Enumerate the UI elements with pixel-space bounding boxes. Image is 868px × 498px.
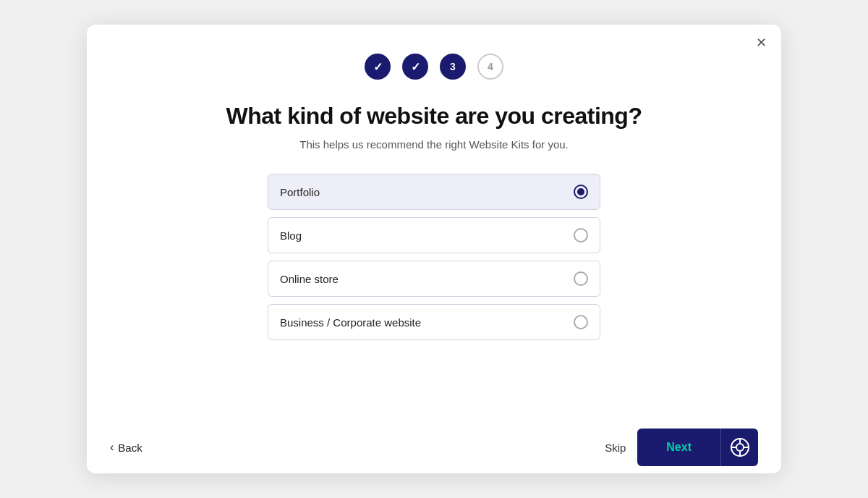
skip-button[interactable]: Skip — [605, 442, 626, 454]
next-icon-button[interactable] — [720, 429, 758, 466]
svg-point-1 — [736, 444, 744, 451]
option-online-store[interactable]: Online store — [268, 261, 600, 297]
next-button[interactable]: Next — [637, 429, 720, 466]
modal-container: ✕ 3 4 What kind of website are you creat… — [87, 25, 781, 473]
crosshair-icon — [730, 437, 750, 457]
step-3: 3 — [440, 54, 466, 80]
footer: ‹ Back Skip Next — [87, 421, 781, 473]
radio-online-store — [574, 271, 588, 286]
page-title: What kind of website are you creating? — [226, 103, 642, 130]
page-subtitle: This helps us recommend the right Websit… — [299, 138, 569, 151]
options-list: Portfolio Blog Online store Business / C… — [268, 174, 600, 340]
back-button[interactable]: ‹ Back — [110, 441, 142, 454]
close-button[interactable]: ✕ — [756, 36, 767, 49]
option-portfolio[interactable]: Portfolio — [268, 174, 600, 210]
option-blog[interactable]: Blog — [268, 217, 600, 253]
back-arrow-icon: ‹ — [110, 441, 114, 454]
radio-business — [574, 315, 588, 329]
radio-portfolio — [574, 185, 588, 199]
step-4: 4 — [477, 54, 503, 80]
step-1 — [365, 54, 391, 80]
footer-right: Skip Next — [605, 429, 758, 466]
step-indicators: 3 4 — [365, 54, 503, 80]
step-2 — [402, 54, 428, 80]
option-business[interactable]: Business / Corporate website — [268, 304, 600, 340]
radio-blog — [574, 228, 588, 242]
